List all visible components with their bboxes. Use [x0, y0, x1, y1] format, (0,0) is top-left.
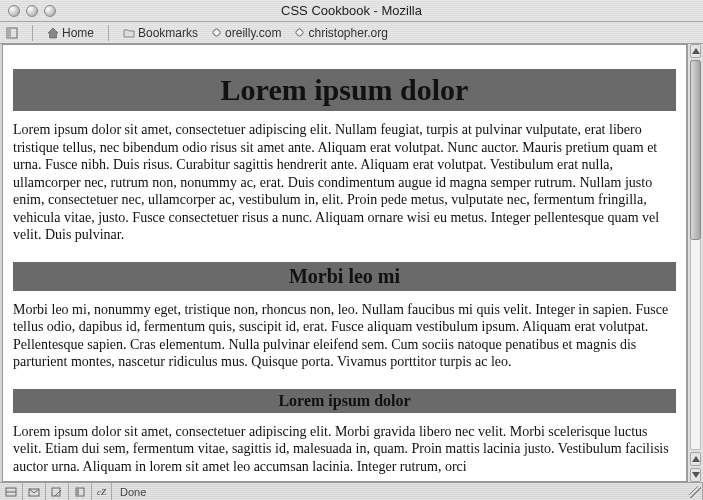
vertical-scrollbar[interactable]	[687, 44, 703, 482]
scroll-up-button-lower[interactable]	[690, 452, 701, 466]
toolbar-separator	[108, 25, 109, 41]
window-controls	[0, 5, 56, 17]
scrollbar-thumb[interactable]	[690, 60, 701, 240]
page-body: Lorem ipsum dolor Lorem ipsum dolor sit …	[3, 45, 686, 475]
bookmark-link[interactable]: oreilly.com	[210, 26, 281, 40]
bookmark-icon	[294, 27, 306, 39]
minimize-window-button[interactable]	[26, 5, 38, 17]
svg-rect-8	[76, 488, 79, 496]
content-viewport: Lorem ipsum dolor Lorem ipsum dolor sit …	[2, 44, 687, 482]
bookmark-link-label: christopher.org	[309, 26, 388, 40]
page-heading-1: Lorem ipsum dolor	[13, 69, 676, 111]
scroll-up-button[interactable]	[690, 44, 701, 58]
home-button[interactable]: Home	[47, 26, 94, 40]
bookmarks-folder-button[interactable]: Bookmarks	[123, 26, 198, 40]
window-resize-handle[interactable]	[689, 486, 701, 498]
window-titlebar: CSS Cookbook - Mozilla	[0, 0, 703, 22]
status-icon-composer[interactable]: cZ	[92, 483, 112, 500]
bookmarks-toolbar: Home Bookmarks oreilly.com christopher.o…	[0, 22, 703, 44]
chevron-up-icon	[692, 48, 700, 54]
status-bar: cZ Done	[0, 482, 703, 500]
page-heading-2: Morbi leo mi	[13, 262, 676, 291]
zoom-window-button[interactable]	[44, 5, 56, 17]
window-title: CSS Cookbook - Mozilla	[0, 3, 703, 18]
status-text: Done	[120, 486, 146, 498]
bookmarks-label: Bookmarks	[138, 26, 198, 40]
status-icon-network[interactable]	[0, 483, 23, 500]
svg-rect-1	[7, 28, 11, 38]
folder-icon	[123, 27, 135, 39]
status-message-area: Done	[112, 483, 703, 500]
status-icon-mail[interactable]	[23, 483, 46, 500]
scroll-down-button[interactable]	[690, 468, 701, 482]
page-heading-3: Lorem ipsum dolor	[13, 389, 676, 413]
paragraph: Lorem ipsum dolor sit amet, consectetuer…	[13, 121, 676, 244]
chevron-up-icon	[692, 456, 700, 462]
close-window-button[interactable]	[8, 5, 20, 17]
composer-icon: cZ	[97, 487, 106, 497]
bookmark-link-label: oreilly.com	[225, 26, 281, 40]
bookmark-icon	[210, 27, 222, 39]
toolbar-separator	[32, 25, 33, 41]
status-icon-addressbook[interactable]	[69, 483, 92, 500]
home-icon	[47, 27, 59, 39]
sidebar-toggle-button[interactable]	[6, 27, 18, 39]
bookmark-link[interactable]: christopher.org	[294, 26, 388, 40]
status-icon-compose[interactable]	[46, 483, 69, 500]
chevron-down-icon	[692, 472, 700, 478]
paragraph: Morbi leo mi, nonummy eget, tristique no…	[13, 301, 676, 371]
home-label: Home	[62, 26, 94, 40]
paragraph: Lorem ipsum dolor sit amet, consectetuer…	[13, 423, 676, 476]
